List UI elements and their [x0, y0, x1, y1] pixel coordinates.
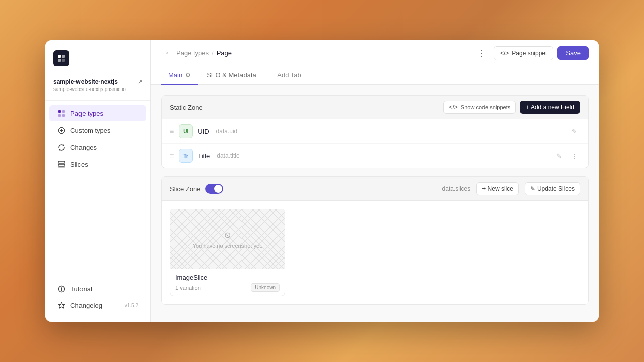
more-title-button[interactable]: ⋮ — [568, 150, 580, 162]
nav-item-custom-types[interactable]: Custom types — [49, 122, 146, 138]
new-slice-label: + New slice — [482, 185, 513, 192]
version-badge: v1.5.2 — [125, 303, 138, 308]
page-header: ← Page types / Page ⋮ </> Page snippet S… — [151, 40, 599, 66]
changelog-icon — [57, 301, 65, 309]
project-info: sample-website-nextjs ↗ sample-website-n… — [45, 74, 150, 101]
field-badge-uid: Ui — [179, 124, 193, 138]
svg-rect-1 — [62, 55, 65, 58]
edit-title-button[interactable]: ✎ — [553, 150, 565, 162]
svg-rect-4 — [58, 110, 61, 113]
nav-item-changelog[interactable]: Changelog v1.5.2 — [49, 297, 146, 313]
app-logo-icon — [53, 50, 69, 66]
slice-card-imageslice[interactable]: ⊙ You have no screenshot yet. ImageSlice… — [170, 209, 285, 296]
more-options-button[interactable]: ⋮ — [474, 46, 490, 61]
sidebar: sample-website-nextjs ↗ sample-website-n… — [45, 40, 151, 322]
nav-item-page-types[interactable]: Page types — [49, 105, 146, 121]
slice-zone-title: Slice Zone — [170, 185, 200, 193]
field-path-title: data.title — [217, 152, 239, 159]
slice-info: ImageSlice 1 variation Unknown — [170, 269, 285, 296]
svg-rect-2 — [58, 59, 61, 62]
page-snippet-button[interactable]: </> Page snippet — [494, 46, 553, 60]
back-button[interactable]: ← — [161, 46, 176, 61]
screenshot-placeholder-icon: ⊙ — [224, 230, 231, 240]
nav-item-changes[interactable]: Changes — [49, 139, 146, 155]
sidebar-bottom: Tutorial Changelog v1.5.2 — [45, 276, 150, 314]
main-content: ← Page types / Page ⋮ </> Page snippet S… — [151, 40, 599, 322]
slice-zone-right: data.slices + New slice ✎ Update Slices — [442, 182, 580, 195]
tab-bar: Main ⚙ SEO & Metadata + Add Tab — [151, 66, 599, 85]
slice-variation-count: 1 variation — [175, 285, 201, 291]
svg-rect-6 — [58, 114, 61, 117]
snippet-button-label: Page snippet — [512, 50, 547, 57]
external-link-icon[interactable]: ↗ — [138, 79, 142, 85]
nav-item-tutorial[interactable]: Tutorial — [49, 281, 146, 297]
show-snippets-button[interactable]: </> Show code snippets — [443, 101, 516, 114]
header-actions: ⋮ </> Page snippet Save — [474, 46, 589, 61]
snippet-code-icon: </> — [500, 50, 509, 57]
tab-add-label: + Add Tab — [272, 71, 301, 79]
breadcrumb-separator: / — [212, 49, 214, 57]
tab-main-label: Main — [168, 71, 182, 79]
nav-label-changelog: Changelog — [70, 302, 102, 309]
breadcrumb: Page types / Page — [176, 49, 232, 57]
static-zone: Static Zone </> Show code snippets + Add… — [161, 95, 589, 168]
slice-zone: Slice Zone data.slices + New slice ✎ Upd… — [161, 176, 589, 305]
project-url: sample-website-nextjs.prismic.io — [53, 86, 142, 92]
slices-icon — [57, 160, 65, 168]
svg-rect-9 — [58, 161, 65, 163]
nav-label-changes: Changes — [70, 144, 97, 151]
update-slices-label: Update Slices — [537, 185, 575, 192]
field-row-uid: ≡ Ui UID data.uid ✎ — [162, 119, 588, 144]
tab-seo[interactable]: SEO & Metadata — [200, 66, 263, 85]
field-actions-title: ✎ ⋮ — [553, 150, 580, 162]
static-zone-header: Static Zone </> Show code snippets + Add… — [162, 96, 588, 119]
slice-screenshot: ⊙ You have no screenshot yet. — [170, 209, 285, 269]
add-field-label: + Add a new Field — [526, 104, 574, 111]
show-snippets-label: Show code snippets — [461, 104, 510, 110]
svg-rect-7 — [62, 114, 65, 117]
field-name-title: Title — [198, 152, 210, 160]
toggle-knob — [214, 185, 222, 193]
nav-label-slices: Slices — [70, 161, 88, 168]
slice-name: ImageSlice — [175, 274, 280, 281]
sidebar-logo — [45, 48, 150, 74]
field-actions-uid: ✎ — [568, 125, 580, 137]
nav-item-slices[interactable]: Slices — [49, 156, 146, 172]
tutorial-icon — [57, 285, 65, 293]
nav-label-tutorial: Tutorial — [70, 285, 92, 293]
svg-rect-5 — [62, 110, 65, 113]
code-icon: </> — [449, 104, 457, 111]
edit-uid-button[interactable]: ✎ — [568, 125, 580, 137]
project-name-text: sample-website-nextjs — [53, 78, 118, 85]
field-name-uid: UID — [198, 128, 209, 135]
breadcrumb-current: Page — [217, 49, 232, 57]
nav-label-page-types: Page types — [70, 110, 103, 117]
slice-zone-toggle[interactable] — [205, 184, 223, 194]
field-row-title: ≡ Tr Title data.title ✎ ⋮ — [162, 144, 588, 168]
no-screenshot-text: You have no screenshot yet. — [193, 243, 262, 249]
changes-icon — [57, 143, 65, 151]
drag-handle-uid[interactable]: ≡ — [170, 127, 174, 135]
slice-zone-header: Slice Zone data.slices + New slice ✎ Upd… — [162, 177, 588, 201]
tab-seo-label: SEO & Metadata — [207, 71, 256, 79]
add-field-button[interactable]: + Add a new Field — [520, 101, 580, 114]
svg-rect-3 — [62, 59, 65, 62]
static-zone-title: Static Zone — [170, 104, 203, 111]
svg-rect-11 — [58, 167, 65, 168]
new-slice-button[interactable]: + New slice — [476, 182, 519, 195]
update-slices-icon: ✎ — [530, 185, 535, 192]
drag-handle-title[interactable]: ≡ — [170, 152, 174, 160]
slice-content: ⊙ You have no screenshot yet. ImageSlice… — [162, 201, 588, 304]
slice-status-badge: Unknown — [251, 283, 280, 292]
slice-zone-data-label: data.slices — [442, 185, 471, 192]
content-area: Static Zone </> Show code snippets + Add… — [151, 85, 599, 322]
tab-add[interactable]: + Add Tab — [265, 66, 308, 85]
custom-types-icon — [57, 126, 65, 134]
nav-label-custom-types: Custom types — [70, 127, 110, 134]
tab-main-icon: ⚙ — [185, 72, 191, 79]
save-button[interactable]: Save — [557, 46, 589, 60]
page-types-icon — [57, 109, 65, 117]
tab-main[interactable]: Main ⚙ — [161, 66, 198, 85]
breadcrumb-parent[interactable]: Page types — [176, 49, 209, 57]
update-slices-button[interactable]: ✎ Update Slices — [525, 182, 580, 195]
